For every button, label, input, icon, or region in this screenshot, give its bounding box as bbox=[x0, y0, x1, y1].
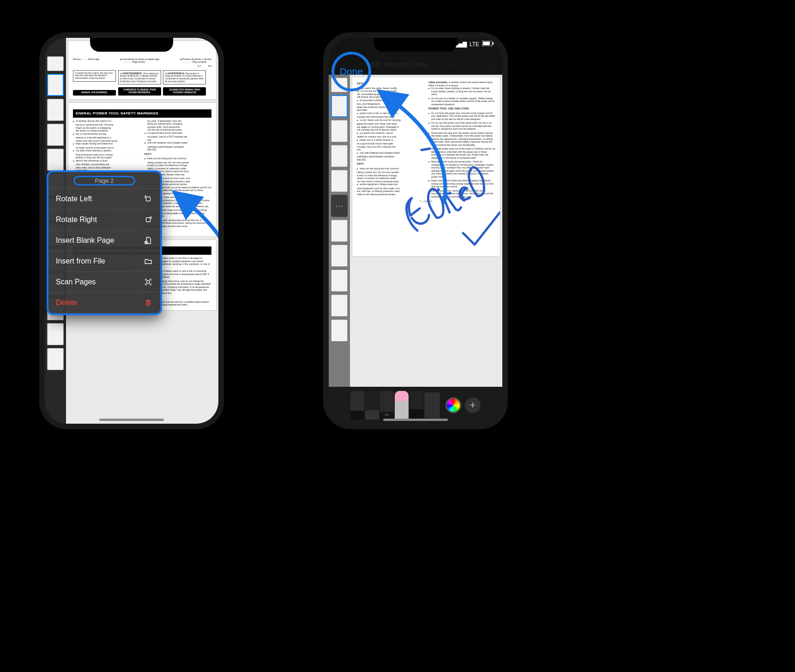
doc-page-2-header: ENERAL POWER TOOL SAFETY WARNINGS bbox=[73, 109, 211, 118]
home-indicator[interactable] bbox=[383, 419, 448, 421]
thumbnail-page-2[interactable] bbox=[331, 95, 348, 117]
menu-rotate-left[interactable]: Rotate Left bbox=[48, 189, 160, 210]
menu-rotate-right-label: Rotate Right bbox=[56, 216, 97, 224]
toc-service: Service bbox=[73, 58, 81, 60]
thumbnail-page-10[interactable] bbox=[331, 319, 348, 342]
thumbnail-page-5[interactable] bbox=[47, 149, 64, 171]
svg-rect-6 bbox=[493, 42, 494, 45]
thumbnail-page-13[interactable] bbox=[47, 348, 64, 370]
thumbnail-page-9[interactable] bbox=[331, 294, 348, 317]
insert-page-icon bbox=[144, 236, 153, 245]
menu-insert-from-file[interactable]: Insert from File bbox=[48, 251, 160, 272]
menu-insert-blank[interactable]: Insert Blank Page bbox=[48, 230, 160, 251]
done-button-label: Done bbox=[340, 66, 363, 77]
svg-rect-1 bbox=[146, 218, 151, 222]
color-picker-button[interactable] bbox=[446, 397, 461, 413]
rotate-right-icon bbox=[144, 215, 153, 224]
notch bbox=[90, 38, 173, 52]
menu-rotate-left-label: Rotate Left bbox=[56, 195, 92, 203]
svg-rect-3 bbox=[147, 281, 150, 283]
phone-mockup-right: ▁▃▅▇ LTE obi Impact Driv... Done ⋯ bbox=[323, 32, 508, 429]
thumbnail-page-6[interactable] bbox=[331, 220, 348, 242]
thumbnail-page-1[interactable] bbox=[47, 56, 64, 71]
pill-manual-en: MANUAL FOR EFERENCE bbox=[73, 90, 116, 96]
svg-rect-5 bbox=[483, 42, 490, 45]
add-tool-button[interactable]: + bbox=[465, 397, 481, 413]
menu-scan-label: Scan Pages bbox=[56, 278, 96, 286]
thumbnail-page-3[interactable] bbox=[331, 120, 348, 142]
thumbnail-page-4[interactable] bbox=[331, 145, 348, 167]
page-thumbnail-rail[interactable]: ⋯ bbox=[329, 75, 350, 387]
menu-insert-file-label: Insert from File bbox=[56, 257, 105, 265]
marker-tool[interactable] bbox=[365, 391, 379, 420]
eraser-tool[interactable] bbox=[395, 391, 409, 420]
menu-delete-label: Delete bbox=[56, 299, 77, 307]
thumbnail-page-2[interactable] bbox=[47, 74, 64, 96]
context-menu-title: Page 2 bbox=[48, 172, 160, 189]
scan-icon bbox=[144, 277, 153, 287]
lasso-tool[interactable] bbox=[410, 391, 423, 420]
thumbnail-page-4[interactable] bbox=[47, 124, 64, 146]
done-button[interactable]: Done bbox=[331, 52, 371, 91]
screen-left: Service............Back page ■ Commande … bbox=[45, 38, 218, 424]
document-viewer-markup[interactable]: ⋯ FETY s must match the outlet. Never mo… bbox=[329, 75, 502, 387]
thumbnail-page-8[interactable] bbox=[331, 270, 348, 292]
pencil-tool[interactable]: 61 bbox=[380, 391, 394, 420]
menu-scan-pages[interactable]: Scan Pages bbox=[48, 272, 160, 293]
page-context-menu: Page 2 Rotate Left Rotate Right Insert B… bbox=[47, 170, 162, 315]
markup-tool-palette: 61 + bbox=[329, 387, 502, 424]
battery-icon bbox=[482, 41, 494, 48]
thumbnail-page-5[interactable] bbox=[331, 170, 348, 192]
warning-box-en: To reduce the risk of injury, the user m… bbox=[73, 70, 116, 82]
menu-insert-blank-label: Insert Blank Page bbox=[56, 236, 114, 245]
pill-manual-es: GUARDE ESTE MANUAL PARA FUTURAS CONSULTA… bbox=[163, 87, 206, 95]
rotate-left-icon bbox=[144, 194, 153, 204]
folder-icon bbox=[144, 257, 153, 266]
home-indicator[interactable] bbox=[99, 419, 164, 421]
add-page-button[interactable]: ⋯ bbox=[331, 195, 348, 217]
svg-rect-0 bbox=[146, 197, 151, 201]
warning-box-fr: ⚠ AVERTISSEMENT : Pour réduire les risqu… bbox=[118, 70, 161, 85]
doc-page-2-markup[interactable]: FETY s must match the outlet. Never modi… bbox=[352, 77, 500, 257]
page-number: 2 — English bbox=[357, 200, 495, 203]
pen-tool[interactable] bbox=[350, 391, 364, 420]
menu-rotate-right[interactable]: Rotate Right bbox=[48, 210, 160, 230]
thumbnail-page-3[interactable] bbox=[47, 99, 64, 121]
phone-mockup-left: Service............Back page ■ Commande … bbox=[39, 32, 224, 429]
screen-right: ▁▃▅▇ LTE obi Impact Driv... Done ⋯ bbox=[329, 38, 502, 424]
notch bbox=[374, 38, 457, 52]
warning-box-es: ⚠ ADVERTENCIA: Para reducir el riesgo de… bbox=[163, 70, 206, 85]
thumbnail-page-12[interactable] bbox=[47, 323, 64, 345]
network-label: LTE bbox=[470, 41, 479, 48]
pill-manual-fr: CONSERVER CE MANUEL POUR FUTURE RÉFÉRENC… bbox=[118, 87, 161, 95]
ruler-tool[interactable] bbox=[424, 392, 440, 418]
menu-delete[interactable]: Delete bbox=[48, 293, 160, 313]
trash-icon bbox=[144, 298, 153, 307]
thumbnail-page-7[interactable] bbox=[331, 245, 348, 267]
